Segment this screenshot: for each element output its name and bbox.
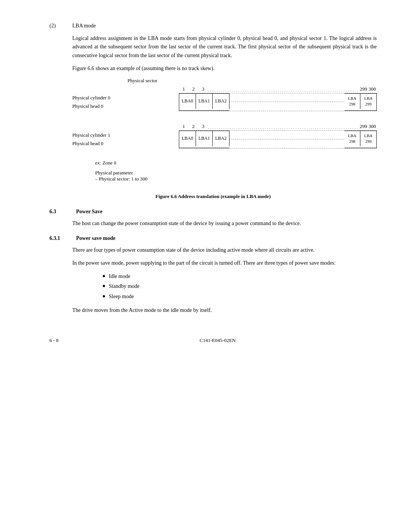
- head-label-1: Physical head 0: [72, 141, 179, 147]
- bullet-dot-idle: [103, 275, 105, 277]
- cells-group-1: LBA0 LBA1 LBA2: [179, 93, 229, 111]
- col-header-2b: 2: [189, 123, 199, 129]
- col-header-2: 2: [189, 86, 199, 92]
- end-cell-lba298-2: LBA298: [344, 131, 360, 146]
- dots-area-1: [229, 93, 344, 111]
- end-cells-1: LBA298 LBA299: [344, 93, 377, 111]
- head-label-0: Physical head 0: [72, 103, 179, 109]
- section-title: LBA mode: [72, 23, 96, 29]
- section-6-3-1-header: 6.3.1 Power save mode: [49, 235, 377, 241]
- diagram-area: Physical sector 1 2 3 ..................…: [72, 78, 377, 182]
- bottom-dashed-1: [179, 111, 377, 111]
- zone-label: ex: Zone 0: [95, 160, 377, 166]
- list-item-standby: Standby mode: [103, 282, 377, 291]
- diagram-block-1: Physical sector 1 2 3 ..................…: [72, 78, 377, 111]
- dots-area-2: [229, 131, 344, 148]
- col-header-1: 1: [179, 86, 189, 92]
- power-save-modes-list: Idle mode Standby mode Sleep mode: [103, 272, 377, 301]
- end-cell-lba299-1: LBA299: [360, 94, 376, 109]
- col-header-299b: 299: [359, 123, 368, 129]
- cylinder-label-1: Physical cylinder 1: [72, 132, 179, 138]
- physical-param-block: Physical parameter – Physical sector: 1 …: [95, 170, 377, 182]
- diagram-block-2: 1 2 3 ..................................…: [72, 123, 377, 149]
- diagram-row-2: Physical cylinder 1 Physical head 0 LBA0…: [72, 131, 377, 148]
- col-header-300: 300: [368, 86, 377, 92]
- cell-lba1-2: LBA1: [196, 131, 213, 146]
- cell-lba2-1: LBA2: [213, 94, 229, 109]
- end-cells-2: LBA298 LBA299: [344, 131, 377, 148]
- page-content: (2) LBA mode Logical address assignment …: [49, 23, 377, 343]
- section-6-3-1-number: 6.3.1: [49, 235, 68, 241]
- section-6-3-body: The host can change the power consumptio…: [72, 219, 377, 228]
- list-item-standby-label: Standby mode: [109, 282, 140, 291]
- section-6-3-1-p2: In the power save mode, power supplying …: [72, 259, 377, 267]
- intro-block: Logical address assignment in the LBA mo…: [72, 34, 377, 73]
- end-cell-lba299-2: LBA299: [360, 131, 376, 146]
- section-6-3-1-p3: The drive moves from the Active mode to …: [72, 306, 377, 315]
- physical-sector-range: – Physical sector: 1 to 300: [95, 176, 377, 182]
- cell-lba0-1: LBA0: [179, 94, 196, 109]
- end-cell-lba298-1: LBA298: [344, 94, 360, 109]
- paragraph-1: Logical address assignment in the LBA mo…: [72, 34, 377, 60]
- dots-line-middle-2: [229, 139, 344, 139]
- paragraph-2: Figure 6.6 shows an example of (assuming…: [72, 64, 377, 73]
- cell-lba0-2: LBA0: [179, 131, 196, 146]
- list-item-sleep-label: Sleep mode: [109, 292, 134, 301]
- page-footer: 6 - 8 C141-E045-02EN: [49, 337, 377, 343]
- section-6-3-title: Power Save: [76, 209, 102, 215]
- section-number: (2): [49, 23, 61, 29]
- col-header-300b: 300: [368, 123, 377, 129]
- section-6-3-1-title: Power save mode: [76, 235, 115, 241]
- footer-page-number: 6 - 8: [49, 337, 59, 343]
- list-item-idle: Idle mode: [103, 272, 377, 281]
- bottom-dashed-2: [179, 148, 377, 149]
- col-header-dots: ........................................…: [208, 85, 359, 92]
- bullet-dot-sleep: [103, 295, 105, 297]
- col-header-3: 3: [198, 86, 208, 92]
- section-6-3-paragraph: The host can change the power consumptio…: [72, 219, 377, 228]
- section-6-3-1: 6.3.1 Power save mode There are four typ…: [49, 235, 377, 315]
- cylinder-label-0: Physical cylinder 0: [72, 95, 179, 101]
- cell-lba1-1: LBA1: [196, 94, 213, 109]
- physical-param-label: Physical parameter: [95, 170, 377, 176]
- section-6-3: 6.3 Power Save The host can change the p…: [49, 209, 377, 228]
- list-item-sleep: Sleep mode: [103, 292, 377, 301]
- col-header-dots-b: ........................................…: [208, 123, 359, 129]
- cell-lba2-2: LBA2: [213, 131, 229, 146]
- footer-document-id: C141-E045-02EN: [200, 337, 236, 343]
- section-6-3-1-body: There are four types of power consumptio…: [72, 246, 377, 315]
- bullet-dot-standby: [103, 285, 105, 287]
- dots-line-middle-1: [229, 102, 344, 102]
- diagram-title: Physical sector: [127, 78, 377, 84]
- section-6-3-header: 6.3 Power Save: [49, 209, 377, 215]
- section-6-3-number: 6.3: [49, 209, 68, 215]
- cells-group-2: LBA0 LBA1 LBA2: [179, 131, 229, 148]
- diagram-row-1: Physical cylinder 0 Physical head 0 LBA0…: [72, 93, 377, 111]
- col-header-1b: 1: [179, 123, 189, 129]
- section-6-3-1-p1: There are four types of power consumptio…: [72, 246, 377, 254]
- figure-caption: Figure 6.6 Address translation (example …: [49, 193, 377, 200]
- col-header-299: 299: [359, 86, 368, 92]
- list-item-idle-label: Idle mode: [109, 272, 130, 281]
- row-labels-2: Physical cylinder 1 Physical head 0: [72, 131, 179, 148]
- section-header: (2) LBA mode: [49, 23, 377, 29]
- row-labels-1: Physical cylinder 0 Physical head 0: [72, 93, 179, 111]
- col-header-3b: 3: [198, 123, 208, 129]
